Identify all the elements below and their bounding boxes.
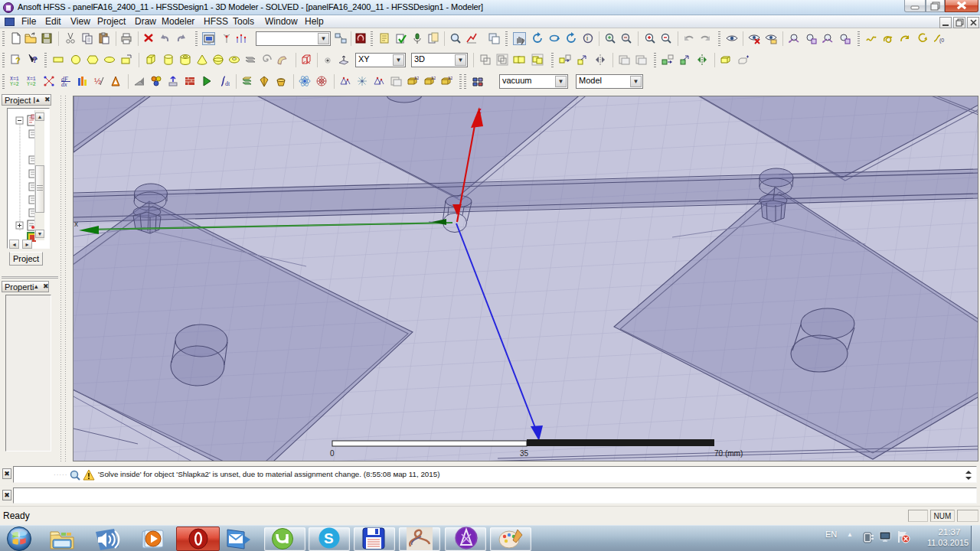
svg-text:70 (mm): 70 (mm) bbox=[714, 449, 743, 458]
svg-text:0: 0 bbox=[330, 449, 335, 458]
svg-text:Y=2: Y=2 bbox=[10, 82, 19, 87]
svg-text:12: 12 bbox=[414, 76, 419, 80]
svg-text:X=1: X=1 bbox=[27, 77, 36, 82]
svg-text:i: i bbox=[586, 34, 588, 42]
svg-text:35: 35 bbox=[520, 449, 529, 458]
svg-text:?: ? bbox=[32, 55, 38, 64]
svg-text:?: ? bbox=[15, 56, 21, 65]
svg-text:x: x bbox=[74, 220, 78, 228]
svg-text:X=1: X=1 bbox=[10, 77, 19, 82]
svg-text:12: 12 bbox=[431, 76, 436, 80]
svg-text:dt: dt bbox=[225, 80, 230, 87]
svg-text:(0: (0 bbox=[939, 37, 944, 44]
svg-text:Y=2: Y=2 bbox=[27, 82, 36, 87]
svg-text:z: z bbox=[478, 106, 482, 115]
svg-text:12: 12 bbox=[448, 76, 452, 80]
svg-text:S: S bbox=[324, 530, 334, 546]
svg-text:dx: dx bbox=[61, 81, 67, 87]
